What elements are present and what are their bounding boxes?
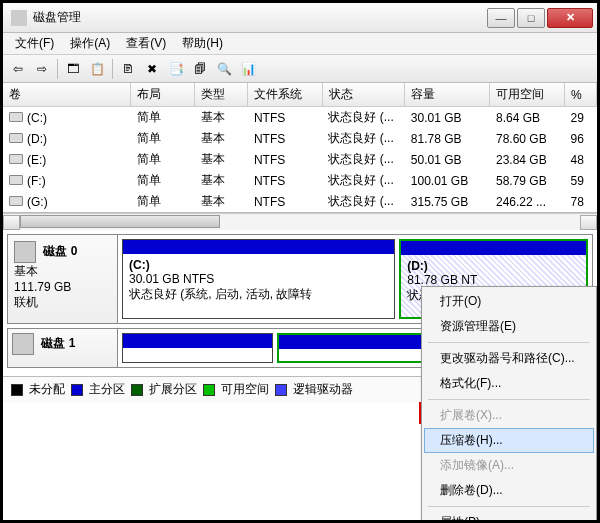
ctx-explorer[interactable]: 资源管理器(E) (424, 314, 594, 339)
close-button[interactable]: ✕ (547, 8, 593, 28)
menu-view[interactable]: 查看(V) (118, 33, 174, 54)
ctx-format[interactable]: 格式化(F)... (424, 371, 594, 396)
col-status[interactable]: 状态 (322, 83, 404, 107)
partition-c-status: 状态良好 (系统, 启动, 活动, 故障转 (129, 287, 312, 301)
menu-help[interactable]: 帮助(H) (174, 33, 231, 54)
nav-back-button[interactable]: ⇦ (7, 58, 29, 80)
partition-c[interactable]: (C:) 30.01 GB NTFS 状态良好 (系统, 启动, 活动, 故障转 (122, 239, 395, 319)
maximize-button[interactable]: □ (517, 8, 545, 28)
action-icon[interactable]: 🗐 (189, 58, 211, 80)
ctx-properties[interactable]: 属性(P) (424, 510, 594, 523)
table-row[interactable]: (E:)简单基本NTFS状态良好 (...50.01 GB23.84 GB48 (3, 149, 597, 170)
legend-primary: 主分区 (89, 381, 125, 398)
table-row[interactable]: (F:)简单基本NTFS状态良好 (...100.01 GB58.79 GB59 (3, 170, 597, 191)
disk-icon (12, 333, 34, 355)
col-capacity[interactable]: 容量 (405, 83, 490, 107)
table-row[interactable]: (C:)简单基本NTFS状态良好 (...30.01 GB8.64 GB29 (3, 107, 597, 129)
disk-0-basic: 基本 (14, 264, 38, 278)
ctx-open[interactable]: 打开(O) (424, 289, 594, 314)
list-icon[interactable]: 📊 (237, 58, 259, 80)
ctx-delete[interactable]: 删除卷(D)... (424, 478, 594, 503)
partition-d-name: (D:) (407, 259, 428, 273)
ctx-mirror[interactable]: 添加镜像(A)... (424, 453, 594, 478)
table-row[interactable]: (D:)简单基本NTFS状态良好 (...81.78 GB78.60 GB96 (3, 128, 597, 149)
col-fs[interactable]: 文件系统 (248, 83, 323, 107)
partition-c-name: (C:) (129, 258, 150, 272)
ctx-shrink[interactable]: 压缩卷(H)... (424, 428, 594, 453)
nav-forward-button[interactable]: ⇨ (31, 58, 53, 80)
disk-0-info[interactable]: 磁盘 0 基本 111.79 GB 联机 (8, 235, 118, 323)
horizontal-scrollbar[interactable] (3, 213, 597, 230)
toolbar-icon[interactable]: 🗔 (62, 58, 84, 80)
ctx-change-letter[interactable]: 更改驱动器号和路径(C)... (424, 346, 594, 371)
partition-c-size: 30.01 GB NTFS (129, 272, 214, 286)
disk-1-info[interactable]: 磁盘 1 (8, 329, 118, 367)
minimize-button[interactable]: — (487, 8, 515, 28)
title-bar: 磁盘管理 — □ ✕ (3, 3, 597, 33)
toolbar-icon[interactable]: 📋 (86, 58, 108, 80)
window-title: 磁盘管理 (33, 9, 485, 26)
menu-action[interactable]: 操作(A) (62, 33, 118, 54)
menu-bar: 文件(F) 操作(A) 查看(V) 帮助(H) (3, 33, 597, 55)
disk-icon (14, 241, 36, 263)
action-icon[interactable]: 📑 (165, 58, 187, 80)
volume-list: 卷 布局 类型 文件系统 状态 容量 可用空间 % (C:)简单基本NTFS状态… (3, 83, 597, 213)
col-volume[interactable]: 卷 (3, 83, 131, 107)
partition-bar[interactable] (277, 333, 430, 363)
disk-1-label: 磁盘 1 (41, 336, 75, 350)
col-layout[interactable]: 布局 (131, 83, 195, 107)
disk-0-label: 磁盘 0 (43, 244, 77, 258)
ctx-extend[interactable]: 扩展卷(X)... (424, 403, 594, 428)
delete-icon[interactable]: ✖ (141, 58, 163, 80)
partition-bar[interactable] (122, 333, 273, 363)
col-free[interactable]: 可用空间 (490, 83, 565, 107)
disk-0-size: 111.79 GB (14, 280, 71, 294)
col-type[interactable]: 类型 (195, 83, 248, 107)
legend-unalloc: 未分配 (29, 381, 65, 398)
app-icon (11, 10, 27, 26)
menu-file[interactable]: 文件(F) (7, 33, 62, 54)
context-menu: 打开(O) 资源管理器(E) 更改驱动器号和路径(C)... 格式化(F)...… (421, 286, 597, 523)
refresh-icon[interactable]: 🖹 (117, 58, 139, 80)
toolbar: ⇦ ⇨ 🗔 📋 🖹 ✖ 📑 🗐 🔍 📊 (3, 55, 597, 83)
search-icon[interactable]: 🔍 (213, 58, 235, 80)
legend-free: 可用空间 (221, 381, 269, 398)
col-pct[interactable]: % (565, 83, 597, 107)
disk-0-online: 联机 (14, 295, 38, 309)
legend-ext: 扩展分区 (149, 381, 197, 398)
table-row[interactable]: (G:)简单基本NTFS状态良好 (...315.75 GB246.22 ...… (3, 191, 597, 212)
legend-logical: 逻辑驱动器 (293, 381, 353, 398)
partition-d-size: 81.78 GB NT (407, 273, 477, 287)
